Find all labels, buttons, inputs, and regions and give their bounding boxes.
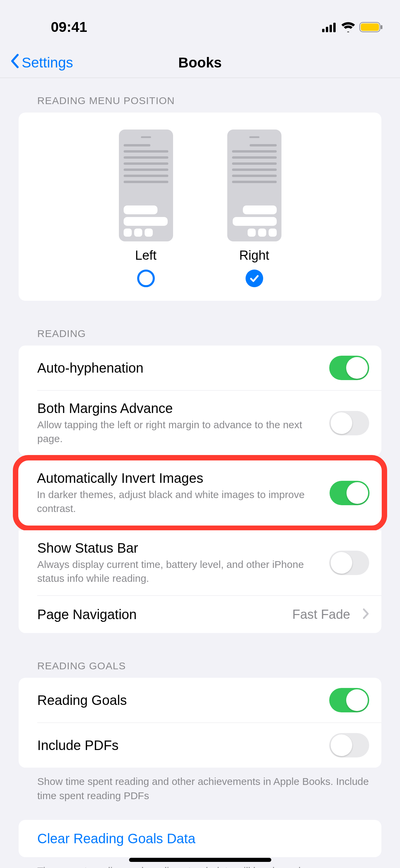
both-margins-toggle[interactable]	[329, 411, 369, 435]
svg-rect-5	[361, 23, 379, 31]
menu-position-option-left[interactable]: Left	[119, 130, 173, 287]
page-title: Books	[178, 55, 222, 71]
chevron-left-icon	[10, 54, 20, 72]
status-bar-label: Show Status Bar	[37, 540, 319, 556]
row-auto-hyphenation[interactable]: Auto-hyphenation	[19, 346, 381, 390]
invert-images-sub: In darker themes, adjust black and white…	[37, 488, 319, 515]
home-indicator	[129, 858, 271, 862]
svg-rect-1	[326, 27, 328, 32]
auto-hyphenation-toggle[interactable]	[329, 356, 369, 380]
row-both-margins[interactable]: Both Margins Advance Allow tapping the l…	[19, 391, 381, 456]
auto-hyphenation-label: Auto-hyphenation	[37, 360, 319, 376]
section-header-reading: READING	[0, 301, 400, 346]
clear-goals-label: Clear Reading Goals Data	[37, 831, 369, 846]
page-navigation-label: Page Navigation	[37, 607, 282, 622]
group-clear-data: Clear Reading Goals Data	[19, 820, 381, 857]
invert-images-toggle[interactable]	[330, 481, 370, 505]
row-status-bar[interactable]: Show Status Bar Always display current t…	[19, 530, 381, 595]
reading-goals-label: Reading Goals	[37, 693, 319, 708]
group-goals: Reading Goals Include PDFs	[19, 678, 381, 768]
goals-footer: Show time spent reading and other achiev…	[0, 768, 400, 806]
section-header-menu-position: READING MENU POSITION	[0, 78, 400, 113]
svg-rect-0	[322, 29, 324, 32]
status-bar: 09:41	[0, 0, 400, 47]
row-page-navigation[interactable]: Page Navigation Fast Fade	[19, 596, 381, 633]
group-reading-cont: Show Status Bar Always display current t…	[19, 530, 381, 633]
section-header-goals: READING GOALS	[0, 633, 400, 678]
menu-position-right-label: Right	[239, 248, 269, 263]
highlight-invert-images: Automatically Invert Images In darker th…	[13, 455, 387, 531]
battery-icon	[359, 22, 383, 33]
group-reading: Auto-hyphenation Both Margins Advance Al…	[19, 346, 381, 456]
include-pdfs-label: Include PDFs	[37, 738, 319, 753]
row-invert-images[interactable]: Automatically Invert Images In darker th…	[18, 460, 382, 526]
svg-rect-3	[333, 23, 336, 32]
both-margins-label: Both Margins Advance	[37, 401, 319, 416]
chevron-right-icon	[362, 608, 369, 621]
status-bar-sub: Always display current time, battery lev…	[37, 558, 319, 585]
menu-position-preview-right	[227, 130, 281, 241]
reading-goals-toggle[interactable]	[329, 688, 369, 712]
cellular-signal-icon	[322, 22, 337, 32]
include-pdfs-toggle[interactable]	[329, 733, 369, 757]
both-margins-sub: Allow tapping the left or right margin t…	[37, 418, 319, 446]
svg-rect-2	[330, 25, 332, 32]
radio-unselected-icon	[137, 270, 155, 287]
menu-position-option-right[interactable]: Right	[227, 130, 281, 287]
status-icons	[322, 22, 383, 33]
nav-bar: Settings Books	[0, 47, 400, 78]
svg-rect-6	[381, 25, 382, 29]
back-label: Settings	[22, 55, 73, 71]
page-navigation-value: Fast Fade	[292, 607, 350, 622]
row-clear-goals-data[interactable]: Clear Reading Goals Data	[19, 820, 381, 857]
menu-position-preview-left	[119, 130, 173, 241]
radio-selected-icon	[246, 270, 263, 287]
row-include-pdfs[interactable]: Include PDFs	[19, 723, 381, 768]
status-bar-toggle[interactable]	[329, 551, 369, 575]
wifi-icon	[341, 22, 355, 32]
back-button[interactable]: Settings	[10, 47, 73, 78]
status-time: 09:41	[51, 19, 87, 35]
invert-images-label: Automatically Invert Images	[37, 471, 319, 486]
group-menu-position: Left	[19, 113, 381, 301]
row-reading-goals[interactable]: Reading Goals	[19, 678, 381, 723]
menu-position-left-label: Left	[135, 248, 156, 263]
